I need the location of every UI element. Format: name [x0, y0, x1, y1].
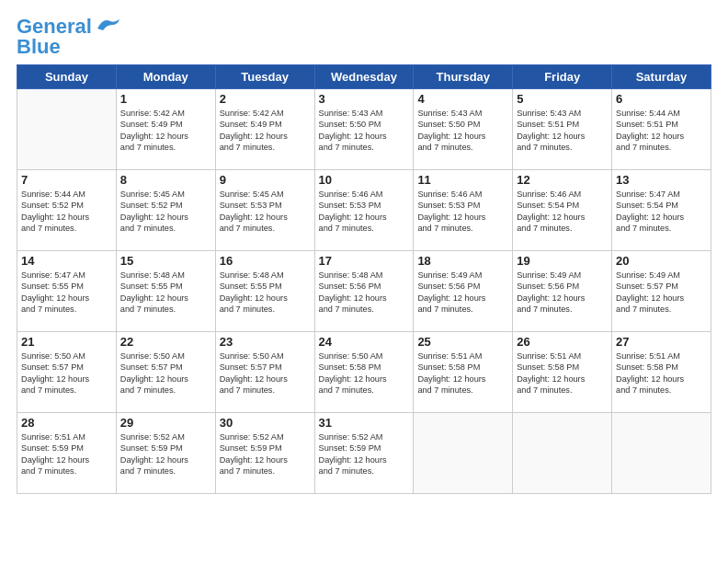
cal-cell: 25Sunrise: 5:51 AMSunset: 5:58 PMDayligh…: [414, 332, 513, 413]
calendar-table: SundayMondayTuesdayWednesdayThursdayFrid…: [17, 64, 711, 494]
cell-info: Sunrise: 5:50 AMSunset: 5:57 PMDaylight:…: [220, 350, 311, 396]
cal-cell: 9Sunrise: 5:45 AMSunset: 5:53 PMDaylight…: [215, 170, 314, 251]
cal-cell: 6Sunrise: 5:44 AMSunset: 5:51 PMDaylight…: [612, 89, 711, 170]
cal-cell: 18Sunrise: 5:49 AMSunset: 5:56 PMDayligh…: [414, 251, 513, 332]
cal-cell: [612, 413, 711, 494]
cell-info: Sunrise: 5:48 AMSunset: 5:56 PMDaylight:…: [319, 270, 410, 316]
cell-info: Sunrise: 5:52 AMSunset: 5:59 PMDaylight:…: [319, 431, 410, 477]
cal-cell: 12Sunrise: 5:46 AMSunset: 5:54 PMDayligh…: [513, 170, 612, 251]
cell-info: Sunrise: 5:51 AMSunset: 5:59 PMDaylight:…: [21, 431, 112, 477]
cal-cell: 29Sunrise: 5:52 AMSunset: 5:59 PMDayligh…: [116, 413, 215, 494]
cal-cell: 17Sunrise: 5:48 AMSunset: 5:56 PMDayligh…: [314, 251, 414, 332]
day-number: 5: [517, 92, 608, 106]
cell-info: Sunrise: 5:48 AMSunset: 5:55 PMDaylight:…: [120, 270, 211, 316]
cell-info: Sunrise: 5:46 AMSunset: 5:54 PMDaylight:…: [517, 189, 608, 235]
week-row-2: 7Sunrise: 5:44 AMSunset: 5:52 PMDaylight…: [17, 170, 711, 251]
week-row-3: 14Sunrise: 5:47 AMSunset: 5:55 PMDayligh…: [17, 251, 711, 332]
cell-info: Sunrise: 5:43 AMSunset: 5:50 PMDaylight:…: [319, 108, 410, 154]
cal-cell: 31Sunrise: 5:52 AMSunset: 5:59 PMDayligh…: [314, 413, 414, 494]
week-row-1: 1Sunrise: 5:42 AMSunset: 5:49 PMDaylight…: [17, 89, 711, 170]
day-number: 15: [120, 254, 211, 268]
cell-info: Sunrise: 5:43 AMSunset: 5:51 PMDaylight:…: [517, 108, 608, 154]
cell-info: Sunrise: 5:51 AMSunset: 5:58 PMDaylight:…: [517, 350, 608, 396]
day-number: 23: [220, 335, 311, 349]
cal-cell: 5Sunrise: 5:43 AMSunset: 5:51 PMDaylight…: [513, 89, 612, 170]
day-number: 16: [220, 254, 311, 268]
day-number: 3: [319, 92, 410, 106]
cal-cell: 23Sunrise: 5:50 AMSunset: 5:57 PMDayligh…: [215, 332, 314, 413]
cal-cell: 24Sunrise: 5:50 AMSunset: 5:58 PMDayligh…: [314, 332, 414, 413]
cal-cell: 22Sunrise: 5:50 AMSunset: 5:57 PMDayligh…: [116, 332, 215, 413]
day-number: 12: [517, 173, 608, 187]
day-number: 17: [319, 254, 410, 268]
cell-info: Sunrise: 5:44 AMSunset: 5:52 PMDaylight:…: [21, 189, 112, 235]
day-header-monday: Monday: [116, 65, 215, 89]
day-number: 29: [120, 416, 211, 430]
logo-text: General: [17, 17, 92, 37]
cal-cell: 4Sunrise: 5:43 AMSunset: 5:50 PMDaylight…: [414, 89, 513, 170]
day-number: 2: [220, 92, 311, 106]
day-number: 24: [319, 335, 410, 349]
cal-cell: 1Sunrise: 5:42 AMSunset: 5:49 PMDaylight…: [116, 89, 215, 170]
header-row: SundayMondayTuesdayWednesdayThursdayFrid…: [17, 65, 711, 89]
day-header-saturday: Saturday: [612, 65, 711, 89]
cell-info: Sunrise: 5:48 AMSunset: 5:55 PMDaylight:…: [220, 270, 311, 316]
day-header-friday: Friday: [513, 65, 612, 89]
page: General Blue SundayMondayTuesdayWednesda…: [0, 0, 728, 563]
day-header-thursday: Thursday: [414, 65, 513, 89]
cal-cell: 14Sunrise: 5:47 AMSunset: 5:55 PMDayligh…: [17, 251, 117, 332]
day-number: 9: [220, 173, 311, 187]
cell-info: Sunrise: 5:50 AMSunset: 5:57 PMDaylight:…: [120, 350, 211, 396]
day-number: 13: [616, 173, 707, 187]
cell-info: Sunrise: 5:44 AMSunset: 5:51 PMDaylight:…: [616, 108, 707, 154]
cell-info: Sunrise: 5:49 AMSunset: 5:56 PMDaylight:…: [517, 270, 608, 316]
logo-blue-text: Blue: [17, 37, 61, 57]
cell-info: Sunrise: 5:50 AMSunset: 5:57 PMDaylight:…: [21, 350, 112, 396]
day-number: 20: [616, 254, 707, 268]
cal-cell: 27Sunrise: 5:51 AMSunset: 5:58 PMDayligh…: [612, 332, 711, 413]
cal-cell: 2Sunrise: 5:42 AMSunset: 5:49 PMDaylight…: [215, 89, 314, 170]
cal-cell: 10Sunrise: 5:46 AMSunset: 5:53 PMDayligh…: [314, 170, 414, 251]
day-number: 30: [220, 416, 311, 430]
cal-cell: 26Sunrise: 5:51 AMSunset: 5:58 PMDayligh…: [513, 332, 612, 413]
cal-cell: 19Sunrise: 5:49 AMSunset: 5:56 PMDayligh…: [513, 251, 612, 332]
cell-info: Sunrise: 5:51 AMSunset: 5:58 PMDaylight:…: [417, 350, 508, 396]
day-number: 14: [21, 254, 112, 268]
day-number: 1: [120, 92, 211, 106]
cal-cell: [17, 89, 117, 170]
day-number: 6: [616, 92, 707, 106]
cal-cell: 8Sunrise: 5:45 AMSunset: 5:52 PMDaylight…: [116, 170, 215, 251]
cell-info: Sunrise: 5:52 AMSunset: 5:59 PMDaylight:…: [120, 431, 211, 477]
cell-info: Sunrise: 5:45 AMSunset: 5:52 PMDaylight:…: [120, 189, 211, 235]
day-header-tuesday: Tuesday: [215, 65, 314, 89]
cell-info: Sunrise: 5:46 AMSunset: 5:53 PMDaylight:…: [417, 189, 508, 235]
week-row-4: 21Sunrise: 5:50 AMSunset: 5:57 PMDayligh…: [17, 332, 711, 413]
cal-cell: 20Sunrise: 5:49 AMSunset: 5:57 PMDayligh…: [612, 251, 711, 332]
day-number: 26: [517, 335, 608, 349]
cal-cell: [414, 413, 513, 494]
cell-info: Sunrise: 5:51 AMSunset: 5:58 PMDaylight:…: [616, 350, 707, 396]
day-number: 28: [21, 416, 112, 430]
day-number: 11: [417, 173, 508, 187]
day-number: 21: [21, 335, 112, 349]
cell-info: Sunrise: 5:43 AMSunset: 5:50 PMDaylight:…: [417, 108, 508, 154]
day-number: 7: [21, 173, 112, 187]
week-row-5: 28Sunrise: 5:51 AMSunset: 5:59 PMDayligh…: [17, 413, 711, 494]
cal-cell: 15Sunrise: 5:48 AMSunset: 5:55 PMDayligh…: [116, 251, 215, 332]
day-number: 27: [616, 335, 707, 349]
cal-cell: 21Sunrise: 5:50 AMSunset: 5:57 PMDayligh…: [17, 332, 117, 413]
cell-info: Sunrise: 5:42 AMSunset: 5:49 PMDaylight:…: [220, 108, 311, 154]
day-number: 10: [319, 173, 410, 187]
day-number: 19: [517, 254, 608, 268]
cell-info: Sunrise: 5:49 AMSunset: 5:56 PMDaylight:…: [417, 270, 508, 316]
day-number: 4: [417, 92, 508, 106]
cal-cell: [513, 413, 612, 494]
cal-cell: 3Sunrise: 5:43 AMSunset: 5:50 PMDaylight…: [314, 89, 414, 170]
logo-bird-icon: [94, 16, 123, 34]
logo: General Blue: [17, 17, 123, 57]
day-number: 22: [120, 335, 211, 349]
cal-cell: 30Sunrise: 5:52 AMSunset: 5:59 PMDayligh…: [215, 413, 314, 494]
header: General Blue: [17, 17, 711, 57]
cal-cell: 7Sunrise: 5:44 AMSunset: 5:52 PMDaylight…: [17, 170, 117, 251]
cell-info: Sunrise: 5:47 AMSunset: 5:55 PMDaylight:…: [21, 270, 112, 316]
